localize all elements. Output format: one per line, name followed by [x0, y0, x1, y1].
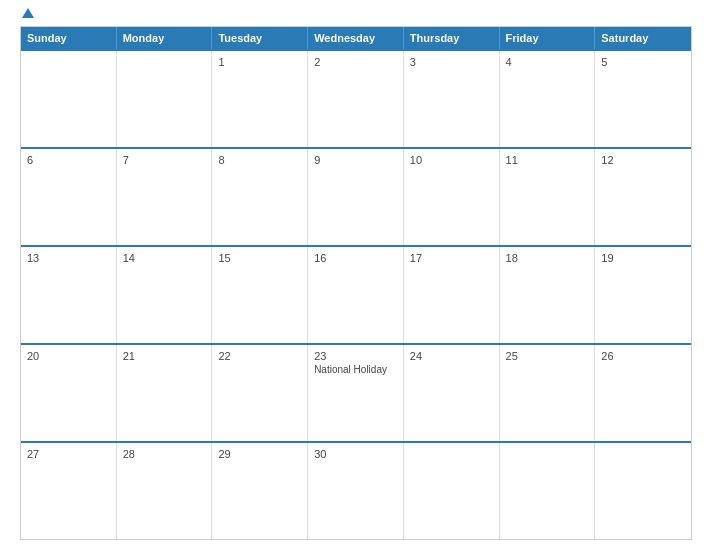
- weekday-header-cell: Thursday: [404, 27, 500, 49]
- cell-date: 29: [218, 448, 301, 460]
- cell-date: 3: [410, 56, 493, 68]
- calendar-cell: 16: [308, 247, 404, 343]
- calendar-page: SundayMondayTuesdayWednesdayThursdayFrid…: [0, 0, 712, 550]
- cell-date: 8: [218, 154, 301, 166]
- weekday-header: SundayMondayTuesdayWednesdayThursdayFrid…: [21, 27, 691, 49]
- cell-date: 25: [506, 350, 589, 362]
- cell-date: 2: [314, 56, 397, 68]
- calendar-cell: 12: [595, 149, 691, 245]
- cell-date: 21: [123, 350, 206, 362]
- calendar-cell: 11: [500, 149, 596, 245]
- calendar-cell: 22: [212, 345, 308, 441]
- calendar-cell: 28: [117, 443, 213, 539]
- cell-date: 5: [601, 56, 685, 68]
- calendar-cell: 7: [117, 149, 213, 245]
- calendar-cell: 30: [308, 443, 404, 539]
- calendar-cell: 21: [117, 345, 213, 441]
- cell-date: 6: [27, 154, 110, 166]
- cell-date: 9: [314, 154, 397, 166]
- cell-date: 30: [314, 448, 397, 460]
- calendar-cell: 26: [595, 345, 691, 441]
- calendar-cell: 14: [117, 247, 213, 343]
- calendar-cell: [21, 51, 117, 147]
- weekday-header-cell: Wednesday: [308, 27, 404, 49]
- cell-date: 20: [27, 350, 110, 362]
- cell-date: 28: [123, 448, 206, 460]
- calendar-body: 1234567891011121314151617181920212223Nat…: [21, 49, 691, 539]
- cell-date: 10: [410, 154, 493, 166]
- calendar-cell: 19: [595, 247, 691, 343]
- calendar-cell: 18: [500, 247, 596, 343]
- calendar-cell: 24: [404, 345, 500, 441]
- cell-date: 18: [506, 252, 589, 264]
- calendar-cell: 25: [500, 345, 596, 441]
- calendar-cell: 3: [404, 51, 500, 147]
- calendar-cell: 29: [212, 443, 308, 539]
- cell-date: 13: [27, 252, 110, 264]
- calendar-week: 20212223National Holiday242526: [21, 343, 691, 441]
- calendar-grid: SundayMondayTuesdayWednesdayThursdayFrid…: [20, 26, 692, 540]
- calendar-cell: 8: [212, 149, 308, 245]
- calendar-week: 6789101112: [21, 147, 691, 245]
- calendar-cell: 13: [21, 247, 117, 343]
- logo-triangle-icon: [22, 8, 34, 18]
- cell-date: 11: [506, 154, 589, 166]
- calendar-cell: 15: [212, 247, 308, 343]
- calendar-cell: [595, 443, 691, 539]
- cell-date: 17: [410, 252, 493, 264]
- cell-date: 16: [314, 252, 397, 264]
- calendar-cell: 23National Holiday: [308, 345, 404, 441]
- cell-date: 24: [410, 350, 493, 362]
- calendar-cell: 4: [500, 51, 596, 147]
- cell-date: 12: [601, 154, 685, 166]
- cell-date: 26: [601, 350, 685, 362]
- calendar-cell: 5: [595, 51, 691, 147]
- calendar-cell: 2: [308, 51, 404, 147]
- weekday-header-cell: Tuesday: [212, 27, 308, 49]
- cell-date: 23: [314, 350, 397, 362]
- calendar-cell: 17: [404, 247, 500, 343]
- cell-date: 1: [218, 56, 301, 68]
- cell-date: 7: [123, 154, 206, 166]
- calendar-cell: 1: [212, 51, 308, 147]
- calendar-week: 27282930: [21, 441, 691, 539]
- weekday-header-cell: Sunday: [21, 27, 117, 49]
- calendar-cell: 20: [21, 345, 117, 441]
- cell-date: 15: [218, 252, 301, 264]
- calendar-cell: 27: [21, 443, 117, 539]
- cell-event: National Holiday: [314, 364, 397, 375]
- calendar-cell: 6: [21, 149, 117, 245]
- cell-date: 19: [601, 252, 685, 264]
- calendar-week: 13141516171819: [21, 245, 691, 343]
- calendar-cell: [117, 51, 213, 147]
- cell-date: 14: [123, 252, 206, 264]
- calendar-cell: 9: [308, 149, 404, 245]
- calendar-cell: [500, 443, 596, 539]
- weekday-header-cell: Friday: [500, 27, 596, 49]
- cell-date: 27: [27, 448, 110, 460]
- cell-date: 4: [506, 56, 589, 68]
- weekday-header-cell: Saturday: [595, 27, 691, 49]
- calendar-cell: 10: [404, 149, 500, 245]
- calendar-week: 12345: [21, 49, 691, 147]
- calendar-cell: [404, 443, 500, 539]
- weekday-header-cell: Monday: [117, 27, 213, 49]
- cell-date: 22: [218, 350, 301, 362]
